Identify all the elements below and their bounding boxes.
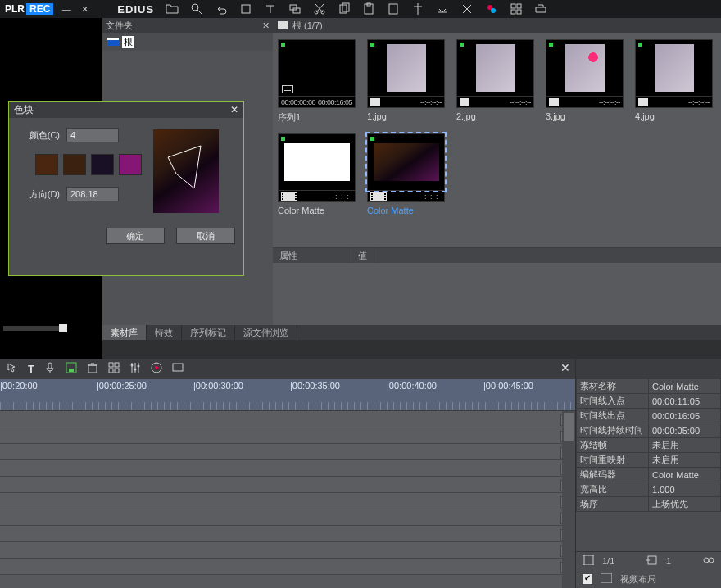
color-swatch[interactable] <box>63 154 86 175</box>
bin-clip[interactable]: --:--:--:--4.jpg <box>635 39 713 124</box>
svg-point-26 <box>134 369 136 371</box>
color-swatch[interactable] <box>119 154 142 175</box>
svg-point-29 <box>155 366 158 369</box>
timeline-close-icon[interactable]: ✕ <box>560 361 570 374</box>
ok-button[interactable]: 确定 <box>106 228 165 244</box>
timeline-tool-cursor-icon[interactable] <box>7 362 18 375</box>
marker-icon[interactable] <box>411 2 424 16</box>
timeline-tool-bin-icon[interactable] <box>87 362 98 375</box>
link-icon[interactable] <box>703 555 714 567</box>
minimize-icon[interactable]: — <box>60 4 73 15</box>
svg-point-25 <box>130 364 133 367</box>
title-icon[interactable] <box>264 2 277 16</box>
undo-icon[interactable] <box>215 2 228 16</box>
timeline-tool-target-icon[interactable] <box>151 362 162 375</box>
insp-key: 素材名称 <box>577 379 649 394</box>
clip-name: 2.jpg <box>456 111 534 121</box>
layout-checkbox[interactable] <box>583 574 592 584</box>
page-indicator: 1/1 <box>602 556 614 566</box>
bin-clip[interactable]: --:--:--:--2.jpg <box>456 39 534 124</box>
bin-clip[interactable]: --:--:--:--3.jpg <box>546 39 624 124</box>
track-row[interactable] <box>0 542 575 559</box>
bin-panel: 根 (1/7) 00:00:00:0000:00:16:05序列1--:--:-… <box>273 18 721 340</box>
panel-close-icon[interactable]: ✕ <box>262 20 270 31</box>
track-row[interactable] <box>0 493 575 509</box>
paste-alt-icon[interactable] <box>387 2 400 16</box>
color-swatch[interactable] <box>91 154 114 175</box>
dialog-close-icon[interactable]: ✕ <box>230 104 238 115</box>
marker-nav-icon[interactable] <box>646 555 658 567</box>
ruler-tick: |00:00:25:00 <box>97 381 147 391</box>
svg-rect-1 <box>242 5 250 13</box>
bin-clip[interactable]: --:--:--:--1.jpg <box>367 39 445 124</box>
copy-icon[interactable] <box>338 2 351 16</box>
search-icon[interactable] <box>190 2 203 16</box>
bin-title: 根 (1/7) <box>292 20 323 32</box>
folder-root-icon <box>107 38 119 46</box>
marker-count: 1 <box>666 556 671 566</box>
delete-icon[interactable] <box>460 2 474 16</box>
tray-icon[interactable] <box>534 2 547 16</box>
gradient-preview[interactable] <box>153 129 219 213</box>
track-row[interactable] <box>0 559 575 575</box>
grid-icon[interactable] <box>510 2 523 16</box>
ruler-tick: |00:00:40:00 <box>387 381 437 391</box>
bin-clip[interactable]: --:--:--:--Color Matte <box>278 133 356 215</box>
track-row[interactable] <box>0 509 575 526</box>
timeline-tool-save-icon[interactable] <box>66 362 77 375</box>
svg-rect-35 <box>601 573 612 583</box>
layers-icon[interactable] <box>288 2 302 16</box>
timeline-tool-mic-icon[interactable] <box>44 362 56 375</box>
insp-val: Color Matte <box>649 379 721 394</box>
clip-icon[interactable] <box>239 2 252 16</box>
color-count-input[interactable] <box>66 128 119 142</box>
properties-pane: 属性 值 <box>273 247 721 333</box>
track-row[interactable] <box>0 411 575 427</box>
bin-thumbnails: 00:00:00:0000:00:16:05序列1--:--:--:--1.jp… <box>273 33 721 247</box>
timeline-scrollbar[interactable] <box>562 411 575 588</box>
track-row[interactable] <box>0 444 575 460</box>
timeline-tool-grid-icon[interactable] <box>108 362 120 375</box>
timeline-ruler[interactable]: |00:20:00|00:00:25:00|00:00:30:00|00:00:… <box>0 378 575 411</box>
close-icon[interactable]: ✕ <box>78 4 91 15</box>
source-tab[interactable]: 素材库 <box>102 325 147 340</box>
timeline-panel: T ✕ |00:20:00|00:00:25:00|00:00:30:00|00… <box>0 359 575 588</box>
svg-rect-19 <box>69 369 74 372</box>
monitor-slider[interactable] <box>3 326 67 331</box>
svg-rect-21 <box>109 363 113 367</box>
insp-val: 1.000 <box>649 482 721 497</box>
bin-clip[interactable]: --:--:--:--Color Matte <box>367 133 445 215</box>
svg-rect-20 <box>88 365 97 373</box>
line-icon[interactable] <box>436 2 449 16</box>
bin-clip[interactable]: 00:00:00:0000:00:16:05序列1 <box>278 39 356 124</box>
cut-icon[interactable] <box>313 2 326 16</box>
cancel-button[interactable]: 取消 <box>176 228 235 244</box>
folder-root-item[interactable]: 根 <box>102 33 273 51</box>
layout-thumb-icon <box>601 573 612 585</box>
paste-icon[interactable] <box>362 2 375 16</box>
insp-key: 时间线出点 <box>577 409 649 423</box>
timeline-tool-screen-icon[interactable] <box>172 362 184 375</box>
track-row[interactable] <box>0 477 575 493</box>
source-tab[interactable]: 序列标记 <box>182 325 235 340</box>
track-row[interactable] <box>0 526 575 542</box>
color-count-label: 颜色(C) <box>17 129 60 142</box>
rec-badge: REC <box>26 3 53 15</box>
direction-input[interactable] <box>66 187 119 201</box>
source-tab[interactable]: 源文件浏览 <box>235 325 297 340</box>
timeline-tool-mixer-icon[interactable] <box>129 362 141 375</box>
source-tab[interactable]: 特效 <box>147 325 182 340</box>
ruler-tick: |00:00:35:00 <box>290 381 340 391</box>
track-row[interactable] <box>0 460 575 477</box>
svg-rect-17 <box>48 363 52 369</box>
insp-key: 场序 <box>577 497 649 512</box>
svg-point-12 <box>491 8 496 13</box>
color-icon[interactable] <box>485 2 498 16</box>
timeline-tool-text-icon[interactable]: T <box>28 363 34 375</box>
color-swatch[interactable] <box>35 154 58 175</box>
folder-icon[interactable] <box>166 2 179 16</box>
layout-label: 视频布局 <box>620 573 656 586</box>
track-row[interactable] <box>0 427 575 444</box>
insp-val: 00:00:11:05 <box>649 394 721 409</box>
svg-rect-13 <box>511 4 515 8</box>
